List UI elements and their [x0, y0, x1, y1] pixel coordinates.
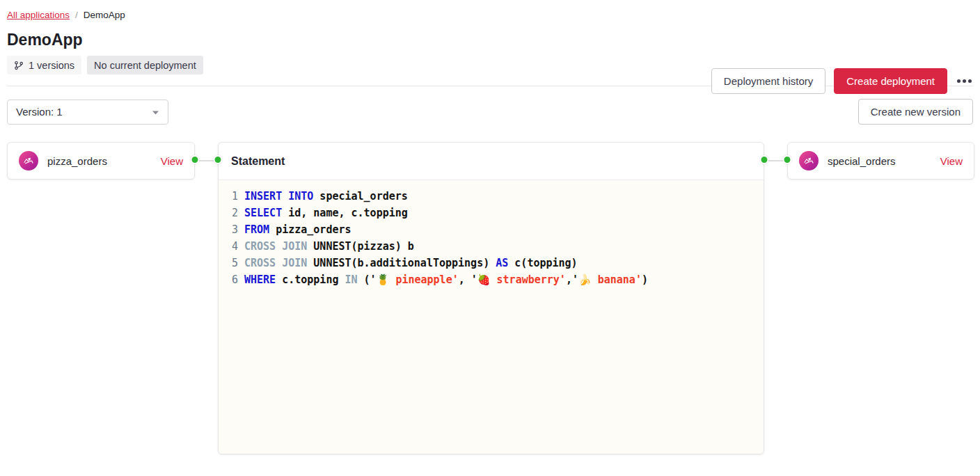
code-line: 5CROSS JOIN UNNEST(b.additionalToppings)…: [219, 255, 764, 271]
breadcrumb: All applications / DemoApp: [0, 0, 980, 20]
code-content: WHERE c.topping IN ('🍍 pineapple', '🍓 st…: [244, 271, 648, 288]
page-title: DemoApp: [7, 30, 973, 49]
create-new-version-button[interactable]: Create new version: [858, 99, 973, 125]
statement-title: Statement: [231, 155, 285, 168]
line-number: 6: [219, 271, 238, 288]
breadcrumb-all-applications-link[interactable]: All applications: [7, 10, 70, 20]
chevron-down-icon: [152, 106, 159, 118]
code-line: 2SELECT id, name, c.topping: [219, 205, 764, 221]
line-number: 5: [219, 255, 238, 271]
stream-wave-icon: [19, 151, 38, 170]
source-output-port: [191, 155, 200, 164]
line-number: 4: [219, 238, 238, 255]
source-node-name: pizza_orders: [47, 155, 107, 167]
code-line: 4CROSS JOIN UNNEST(pizzas) b: [219, 238, 764, 255]
version-toolbar: Version: 1 Create new version: [7, 99, 973, 125]
versions-badge: 1 versions: [7, 56, 81, 74]
source-view-link[interactable]: View: [161, 155, 183, 167]
sink-view-link[interactable]: View: [940, 155, 963, 167]
breadcrumb-current: DemoApp: [84, 10, 125, 20]
line-number: 1: [219, 188, 238, 205]
versions-badge-label: 1 versions: [29, 60, 74, 71]
code-content: INSERT INTO special_orders: [244, 188, 408, 205]
code-line: 1INSERT INTO special_orders: [219, 188, 764, 205]
sink-node-card[interactable]: special_orders View: [787, 142, 974, 180]
code-content: CROSS JOIN UNNEST(pizzas) b: [244, 238, 414, 255]
code-content: CROSS JOIN UNNEST(b.additionalToppings) …: [244, 255, 578, 271]
code-content: SELECT id, name, c.topping: [244, 205, 408, 221]
breadcrumb-separator: /: [75, 10, 78, 20]
ellipsis-icon: [957, 79, 961, 83]
line-number: 3: [219, 221, 238, 238]
version-select[interactable]: Version: 1: [7, 100, 168, 125]
sink-input-port: [783, 155, 792, 164]
git-branch-icon: [14, 61, 24, 70]
deployment-status-badge: No current deployment: [87, 56, 203, 74]
deployment-status-label: No current deployment: [94, 60, 196, 71]
source-node-card[interactable]: pizza_orders View: [7, 142, 195, 180]
header-actions: Deployment history Create deployment: [711, 68, 973, 94]
code-line: 3FROM pizza_orders: [219, 221, 764, 238]
pipeline-canvas: pizza_orders View Statement 1INSERT INTO…: [7, 142, 973, 462]
code-line: 6WHERE c.topping IN ('🍍 pineapple', '🍓 s…: [219, 271, 764, 288]
statement-header: Statement: [219, 143, 764, 180]
deployment-history-button[interactable]: Deployment history: [711, 68, 825, 94]
stream-wave-icon: [799, 151, 819, 170]
statement-input-port: [214, 155, 223, 164]
sink-node-name: special_orders: [828, 155, 896, 167]
statement-card: Statement 1INSERT INTO special_orders2SE…: [218, 142, 764, 454]
code-content: FROM pizza_orders: [244, 221, 351, 238]
statement-output-port: [760, 155, 769, 164]
page-header: DemoApp 1 versions No current deployment…: [7, 30, 973, 74]
version-select-value: Version: 1: [16, 106, 63, 118]
create-deployment-button[interactable]: Create deployment: [834, 68, 947, 94]
sql-code: 1INSERT INTO special_orders2SELECT id, n…: [219, 180, 764, 454]
application-detail-page: All applications / DemoApp DemoApp 1 ver…: [0, 0, 980, 476]
line-number: 2: [219, 205, 238, 221]
more-options-button[interactable]: [956, 75, 973, 87]
